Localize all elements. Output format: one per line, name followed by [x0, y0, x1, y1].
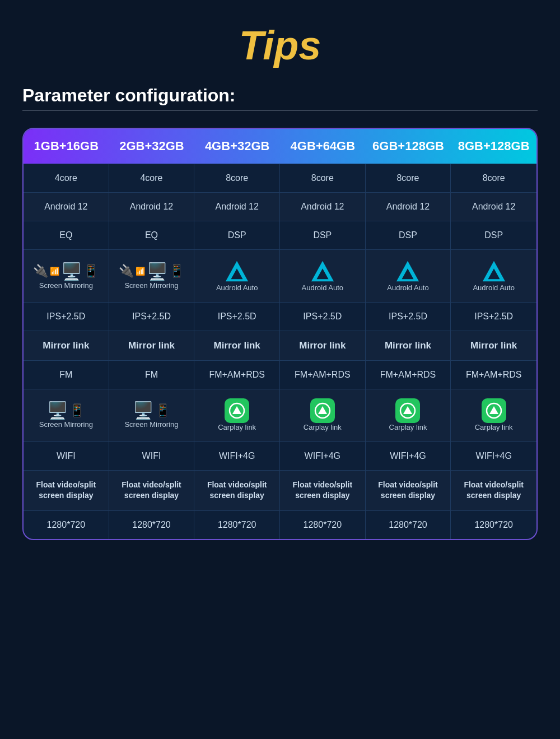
table-row-connectivity2: 🖥️ 📱 Screen Mirroring 🖥️ 📱 Screen Mirror…	[24, 389, 536, 441]
svg-marker-15	[489, 406, 498, 414]
icon-label: Carplay link	[475, 423, 513, 433]
cell-mirror-4: Mirror link	[366, 331, 451, 360]
carplay-icon	[310, 398, 335, 423]
cell-mirror-0: Mirror link	[24, 331, 109, 360]
table-row-fm: FMFMFM+AM+RDSFM+AM+RDSFM+AM+RDSFM+AM+RDS	[24, 360, 536, 389]
cell-video-3: Float video/split screen display	[280, 471, 366, 510]
cell-android-1: Android 12	[109, 193, 195, 221]
cell-display-1: IPS+2.5D	[109, 303, 195, 331]
cell-resolution-3: 1280*720	[280, 511, 366, 539]
icon-label: Screen Mirroring	[124, 420, 178, 430]
cell-video-5: Float video/split screen display	[451, 471, 536, 510]
cell-eq-4: DSP	[366, 221, 451, 249]
table-header: 1GB+16GB2GB+32GB4GB+32GB4GB+64GB6GB+128G…	[24, 129, 536, 164]
cell-fm-1: FM	[109, 361, 195, 389]
table-row-video: Float video/split screen displayFloat vi…	[24, 470, 536, 510]
table-row-display: IPS+2.5DIPS+2.5DIPS+2.5DIPS+2.5DIPS+2.5D…	[24, 302, 536, 331]
cell-wifi-5: WIFI+4G	[451, 442, 536, 470]
cell-connectivity2-2: Carplay link	[194, 389, 280, 441]
screen-mirror2-icon: 🖥️ 📱	[133, 401, 170, 420]
cell-connectivity1-0: 🔌 📶 🖥️ 📱 Screen Mirroring	[24, 250, 109, 302]
carplay-icon	[395, 398, 420, 423]
cell-cpu-3: 8core	[280, 164, 366, 192]
cell-text: Float video/split screen display	[455, 480, 532, 501]
cell-fm-5: FM+AM+RDS	[451, 361, 536, 389]
screen-mirror-icon: 🔌 📶 🖥️ 📱	[33, 262, 99, 281]
android-auto-icon	[395, 259, 420, 283]
carplay-icon	[225, 398, 249, 423]
icon-label: Audroid Auto	[387, 283, 428, 293]
cell-fm-2: FM+AM+RDS	[194, 361, 280, 389]
page-title: Tips	[22, 11, 538, 74]
icon-label: Audroid Auto	[473, 283, 514, 293]
table-row-eq: EQEQDSPDSPDSPDSP	[24, 221, 536, 249]
comparison-table: 1GB+16GB2GB+32GB4GB+32GB4GB+64GB6GB+128G…	[22, 128, 538, 540]
cell-connectivity2-5: Carplay link	[451, 389, 536, 441]
header-cell-2: 4GB+32GB	[194, 129, 280, 164]
cell-video-1: Float video/split screen display	[109, 471, 195, 510]
cell-connectivity1-4: Audroid Auto	[366, 250, 451, 302]
table-row-connectivity1: 🔌 📶 🖥️ 📱 Screen Mirroring 🔌 📶 🖥️ 📱 Scree…	[24, 249, 536, 302]
header-cell-4: 6GB+128GB	[366, 129, 451, 164]
cell-connectivity2-1: 🖥️ 📱 Screen Mirroring	[109, 389, 195, 441]
cell-mirror-2: Mirror link	[194, 331, 280, 360]
cell-text: Float video/split screen display	[284, 480, 361, 501]
svg-marker-13	[403, 406, 412, 414]
cell-resolution-2: 1280*720	[194, 511, 280, 539]
header-cell-1: 2GB+32GB	[109, 129, 195, 164]
cell-resolution-5: 1280*720	[451, 511, 536, 539]
icon-label: Audroid Auto	[302, 283, 343, 293]
cell-android-5: Android 12	[451, 193, 536, 221]
icon-label: Audroid Auto	[216, 283, 258, 293]
table-row-mirror: Mirror linkMirror linkMirror linkMirror …	[24, 331, 536, 360]
cell-text: Float video/split screen display	[28, 480, 104, 501]
header-cell-5: 8GB+128GB	[451, 129, 536, 164]
android-auto-icon	[310, 259, 335, 283]
cell-eq-3: DSP	[280, 221, 366, 249]
cell-fm-0: FM	[24, 361, 109, 389]
icon-label: Carplay link	[218, 423, 256, 433]
cell-eq-1: EQ	[109, 221, 195, 249]
cell-resolution-0: 1280*720	[24, 511, 109, 539]
cell-wifi-0: WIFI	[24, 442, 109, 470]
cell-android-0: Android 12	[24, 193, 109, 221]
cell-display-3: IPS+2.5D	[280, 303, 366, 331]
table-row-cpu: 4core4core8core8core8core8core	[24, 164, 536, 192]
cell-display-0: IPS+2.5D	[24, 303, 109, 331]
svg-marker-9	[232, 406, 241, 414]
cell-fm-4: FM+AM+RDS	[366, 361, 451, 389]
cell-cpu-5: 8core	[451, 164, 536, 192]
section-divider	[22, 110, 538, 111]
table-row-android: Android 12Android 12Android 12Android 12…	[24, 192, 536, 221]
cell-cpu-4: 8core	[366, 164, 451, 192]
table-row-resolution: 1280*7201280*7201280*7201280*7201280*720…	[24, 510, 536, 539]
cell-android-4: Android 12	[366, 193, 451, 221]
screen-mirror-icon: 🔌 📶 🖥️ 📱	[119, 262, 184, 281]
cell-android-2: Android 12	[194, 193, 280, 221]
cell-display-4: IPS+2.5D	[366, 303, 451, 331]
cell-wifi-1: WIFI	[109, 442, 195, 470]
icon-label: Screen Mirroring	[39, 281, 93, 291]
screen-mirror2-icon: 🖥️ 📱	[47, 401, 85, 420]
android-auto-icon	[482, 259, 506, 283]
table-body: 4core4core8core8core8core8coreAndroid 12…	[24, 164, 536, 539]
cell-wifi-3: WIFI+4G	[280, 442, 366, 470]
icon-label: Carplay link	[389, 423, 427, 433]
cell-display-5: IPS+2.5D	[451, 303, 536, 331]
cell-wifi-2: WIFI+4G	[194, 442, 280, 470]
cell-connectivity2-4: Carplay link	[366, 389, 451, 441]
cell-connectivity1-2: Audroid Auto	[194, 250, 280, 302]
header-cell-0: 1GB+16GB	[24, 129, 109, 164]
cell-text: Float video/split screen display	[199, 480, 275, 501]
cell-eq-2: DSP	[194, 221, 280, 249]
cell-mirror-3: Mirror link	[280, 331, 366, 360]
android-auto-icon	[225, 259, 249, 283]
cell-text: Float video/split screen display	[370, 480, 446, 501]
section-title: Parameter configuration:	[22, 85, 538, 106]
cell-video-4: Float video/split screen display	[366, 471, 451, 510]
cell-mirror-5: Mirror link	[451, 331, 536, 360]
cell-resolution-4: 1280*720	[366, 511, 451, 539]
cell-text: Float video/split screen display	[114, 480, 190, 501]
table-row-wifi: WIFIWIFIWIFI+4GWIFI+4GWIFI+4GWIFI+4G	[24, 441, 536, 470]
cell-android-3: Android 12	[280, 193, 366, 221]
